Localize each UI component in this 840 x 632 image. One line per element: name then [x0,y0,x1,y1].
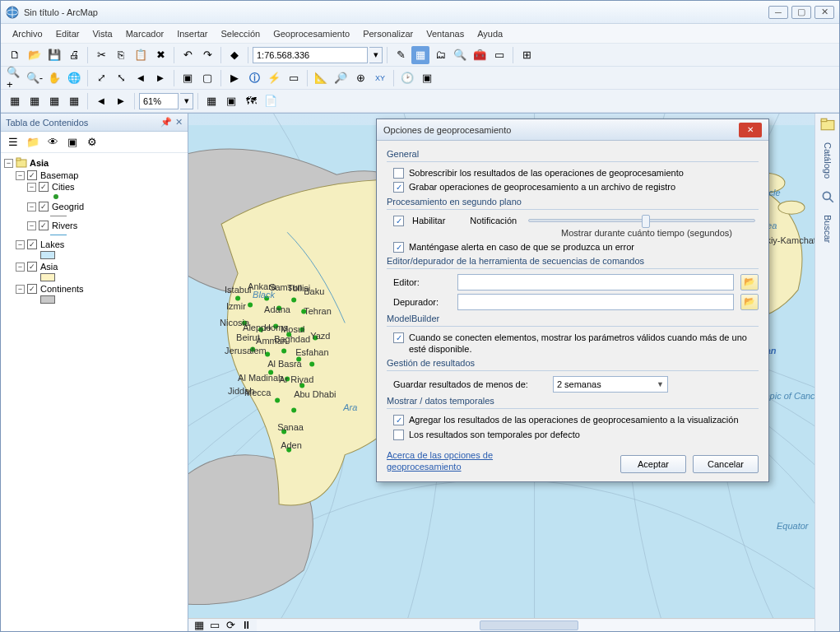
search-tab[interactable]: Buscar [819,209,836,249]
catalog-tab[interactable]: Catálogo [819,137,836,184]
select-elements-button[interactable]: ▶ [225,69,244,87]
expand-icon[interactable]: − [27,221,36,230]
forward-button[interactable]: ► [151,69,169,87]
menu-editar[interactable]: Editar [49,26,86,41]
layer-checkbox[interactable]: ✓ [27,262,37,272]
editor-input[interactable] [457,274,734,290]
new-button[interactable]: 🗋 [6,46,24,64]
layer-basemap[interactable]: Basemap [40,170,78,180]
hyperlink-button[interactable]: ⚡ [265,69,283,87]
delete-button[interactable]: ✖ [151,46,169,64]
arc-toolbox-button[interactable]: 🧰 [471,46,489,64]
focus-data-frame-button[interactable]: ▣ [222,92,240,110]
debugger-browse-button[interactable]: 📂 [740,294,759,310]
layout-tool-2[interactable]: ▦ [26,92,44,110]
go-to-xy-button[interactable]: XY [371,69,389,87]
temp-results-checkbox[interactable] [393,430,404,440]
catalog-window-button[interactable]: 🗂 [431,46,449,64]
paste-button[interactable]: 📋 [132,46,150,64]
layout-forward-button[interactable]: ► [112,92,130,110]
full-extent-button[interactable]: 🌐 [65,69,83,87]
find-button[interactable]: 🔎 [332,69,350,87]
select-features-button[interactable]: ▣ [179,69,197,87]
cut-button[interactable]: ✂ [92,46,110,64]
html-popup-button[interactable]: ▭ [285,69,303,87]
toggle-draft-button[interactable]: ▦ [202,92,220,110]
layout-zoom-dropdown[interactable]: ▾ [180,93,193,109]
layer-checkbox[interactable]: ✓ [39,182,49,192]
find-route-button[interactable]: ⊕ [351,69,369,87]
layer-asia[interactable]: Asia [40,262,58,272]
expand-icon[interactable]: − [16,240,25,249]
scale-dropdown[interactable]: ▾ [369,47,383,63]
zoom-out-button[interactable]: 🔍- [26,69,44,87]
ok-button[interactable]: Aceptar [620,455,686,473]
menu-insertar[interactable]: Insertar [170,26,214,41]
catalog-icon[interactable] [820,117,835,132]
viewer-window-button[interactable]: ▣ [418,69,436,87]
expand-icon[interactable]: − [27,183,36,192]
horizontal-scrollbar[interactable]: ▦ ▭ ⟳ ⏸ [188,618,814,631]
log-checkbox[interactable]: ✓ [393,182,404,193]
layer-checkbox[interactable]: ✓ [27,239,37,249]
layer-checkbox[interactable]: ✓ [27,170,37,180]
enable-background-checkbox[interactable]: ✓ [393,216,404,226]
search-rail-icon[interactable] [820,189,835,204]
toc-options[interactable]: ⚙ [83,133,101,151]
data-driven-pages-button[interactable]: 📄 [262,92,280,110]
search-window-button[interactable]: 🔍 [451,46,469,64]
layer-geogrid[interactable]: Geogrid [52,202,84,211]
time-slider-button[interactable]: 🕑 [398,69,416,87]
expand-icon[interactable]: − [27,202,36,211]
notification-slider[interactable] [528,219,755,222]
measure-button[interactable]: 📐 [312,69,330,87]
editor-browse-button[interactable]: 📂 [740,274,759,290]
menu-ventanas[interactable]: Ventanas [420,26,471,41]
add-results-checkbox[interactable]: ✓ [393,415,404,425]
toc-root[interactable]: Asia [30,158,49,168]
layer-rivers[interactable]: Rivers [52,221,77,230]
undo-button[interactable]: ↶ [179,46,197,64]
menu-ayuda[interactable]: Ayuda [471,26,509,41]
toc-button[interactable]: ▦ [411,46,429,64]
keep-results-dropdown[interactable]: 2 semanas▼ [553,376,668,393]
layer-lakes[interactable]: Lakes [40,239,64,249]
menu-archivo[interactable]: Archivo [6,26,49,41]
toc-close-icon[interactable]: ✕ [175,117,183,128]
editor-toolbar-icon[interactable]: ✎ [392,46,410,64]
menu-marcador[interactable]: Marcador [119,26,170,41]
map-view[interactable]: Istabul Ankara Samsun Tbilisi Baku Izmir… [188,114,814,631]
expand-icon[interactable]: − [16,285,25,294]
layout-tool-3[interactable]: ▦ [45,92,63,110]
toc-list-by-drawing-order[interactable]: ☰ [4,133,22,151]
toc-list-by-selection[interactable]: ▣ [63,133,81,151]
save-button[interactable]: 💾 [45,46,63,64]
clear-selection-button[interactable]: ▢ [198,69,216,87]
change-layout-button[interactable]: 🗺 [242,92,260,110]
layout-zoom-input[interactable]: 61% [139,93,179,109]
fixed-zoom-out-icon[interactable]: ⤡ [112,69,130,87]
menu-geoprocesamiento[interactable]: Geoprocesamiento [267,26,356,41]
layer-checkbox[interactable]: ✓ [39,202,49,211]
layout-tool-4[interactable]: ▦ [65,92,83,110]
mb-checkbox[interactable]: ✓ [393,332,404,343]
copy-button[interactable]: ⎘ [112,46,130,64]
maximize-button[interactable]: ▢ [791,6,811,19]
toc-list-by-visibility[interactable]: 👁 [44,133,62,151]
open-button[interactable]: 📂 [26,46,44,64]
data-view-button[interactable]: ▦ [192,620,207,631]
scrollbar-thumb[interactable] [480,620,578,630]
layout-view-button[interactable]: ▭ [207,620,222,631]
zoom-in-button[interactable]: 🔍+ [6,69,24,87]
python-window-button[interactable]: ▭ [490,46,508,64]
scale-input[interactable]: 1:76.568.336 [253,47,368,63]
expand-icon[interactable]: − [4,159,13,168]
layout-back-button[interactable]: ◄ [92,92,110,110]
close-button[interactable]: ✕ [814,6,834,19]
model-builder-button[interactable]: ⊞ [517,46,536,64]
pause-drawing-button[interactable]: ⏸ [239,620,253,631]
menu-personalizar[interactable]: Personalizar [356,26,420,41]
toc-list-by-source[interactable]: 📁 [24,133,42,151]
minimize-button[interactable]: ─ [768,6,788,19]
debugger-input[interactable] [457,294,734,310]
